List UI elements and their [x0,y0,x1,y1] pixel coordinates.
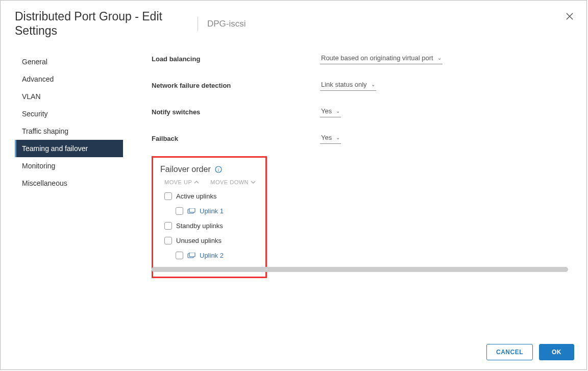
svg-rect-3 [189,208,195,212]
standby-uplinks-group[interactable]: Standby uplinks [164,222,258,230]
select-value: Yes [321,107,332,115]
label-load-balancing: Load balancing [152,55,320,63]
row-notify-switches: Notify switches Yes ⌄ [152,106,568,117]
checkbox-unused-uplinks[interactable] [164,237,172,244]
uplink-icon [187,253,195,259]
failover-order-title: Failover order i [160,165,258,174]
sidebar-item-teaming-failover[interactable]: Teaming and failover [15,140,123,157]
move-up-button[interactable]: MOVE UP [164,179,199,185]
select-load-balancing[interactable]: Route based on originating virtual port … [320,53,443,64]
svg-text:i: i [217,167,219,172]
move-down-label: MOVE DOWN [210,179,249,185]
close-icon [565,12,574,21]
close-button[interactable] [565,12,574,22]
divider [198,17,198,31]
select-failback[interactable]: Yes ⌄ [320,133,341,144]
sidebar-item-monitoring[interactable]: Monitoring [15,157,123,175]
select-value: Route based on originating virtual port [321,54,433,62]
chevron-up-icon [194,180,199,185]
label-notify-switches: Notify switches [152,108,320,116]
sidebar-item-miscellaneous[interactable]: Miscellaneous [15,175,123,192]
sidebar: General Advanced VLAN Security Traffic s… [1,53,123,335]
uplink-item[interactable]: Uplink 2 [176,252,258,259]
select-value: Yes [321,134,332,141]
select-network-failure[interactable]: Link status only ⌄ [320,80,376,91]
sidebar-item-security[interactable]: Security [15,105,123,122]
chevron-down-icon [251,180,256,185]
chevron-down-icon: ⌄ [437,55,442,61]
sidebar-item-general[interactable]: General [15,53,123,70]
scrollbar-track[interactable] [152,266,568,271]
label-network-failure: Network failure detection [152,82,320,89]
dialog-title: Distributed Port Group - Edit Settings [15,10,188,38]
sidebar-item-advanced[interactable]: Advanced [15,70,123,88]
chevron-down-icon: ⌄ [336,135,340,140]
uplink-item[interactable]: Uplink 1 [176,207,258,215]
failover-order-section: Failover order i MOVE UP MOVE DOWN [152,156,267,278]
move-controls: MOVE UP MOVE DOWN [164,179,258,185]
unused-uplinks-label: Unused uplinks [176,237,222,244]
horizontal-scrollbar[interactable] [152,267,568,272]
uplink-1-label: Uplink 1 [200,207,224,215]
edit-settings-dialog: Distributed Port Group - Edit Settings D… [0,0,587,370]
dialog-body: General Advanced VLAN Security Traffic s… [1,43,586,335]
sidebar-item-vlan[interactable]: VLAN [15,88,123,105]
content-pane: Load balancing Route based on originatin… [123,53,586,335]
row-load-balancing: Load balancing Route based on originatin… [152,53,568,64]
unused-uplinks-group[interactable]: Unused uplinks [164,237,258,244]
dialog-header: Distributed Port Group - Edit Settings D… [1,1,586,43]
uplink-icon [187,208,195,214]
cancel-button[interactable]: CANCEL [486,344,533,360]
select-value: Link status only [321,81,367,88]
info-icon[interactable]: i [215,166,222,173]
dialog-footer: CANCEL OK [1,335,586,369]
ok-button[interactable]: OK [539,344,574,360]
select-notify-switches[interactable]: Yes ⌄ [320,106,341,117]
move-up-label: MOVE UP [164,179,192,185]
checkbox-uplink-2[interactable] [176,252,183,259]
svg-rect-5 [189,253,195,257]
label-failback: Failback [152,135,320,142]
standby-uplinks-label: Standby uplinks [176,222,223,230]
active-uplinks-label: Active uplinks [176,192,216,200]
uplink-2-label: Uplink 2 [200,252,224,259]
sidebar-item-traffic-shaping[interactable]: Traffic shaping [15,122,123,140]
checkbox-standby-uplinks[interactable] [164,222,172,230]
move-down-button[interactable]: MOVE DOWN [210,179,256,185]
checkbox-uplink-1[interactable] [176,207,183,215]
failover-title-text: Failover order [160,165,211,174]
row-network-failure: Network failure detection Link status on… [152,80,568,91]
checkbox-active-uplinks[interactable] [164,192,172,200]
chevron-down-icon: ⌄ [371,82,375,87]
dialog-subtitle: DPG-iscsi [207,19,246,29]
active-uplinks-group[interactable]: Active uplinks [164,192,258,200]
chevron-down-icon: ⌄ [336,108,340,114]
row-failback: Failback Yes ⌄ [152,133,568,144]
